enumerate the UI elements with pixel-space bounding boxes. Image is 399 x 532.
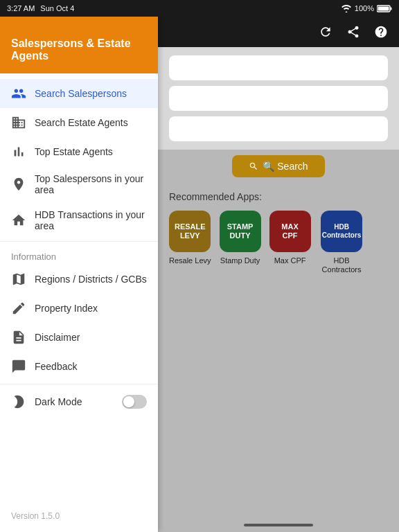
battery-text: 100% [355, 4, 374, 12]
app-label-max-cpf: Max CPF [274, 256, 306, 265]
version-text: Version 1.5.0 [11, 511, 60, 521]
sidebar-item-regions[interactable]: Regions / Districts / GCBs [0, 265, 158, 294]
sidebar-item-label: Disclaimer [35, 332, 80, 343]
divider [0, 241, 158, 242]
app-icon-hdb-contractors: HDBContractors [321, 211, 362, 252]
sidebar-item-label: Feedback [35, 361, 77, 372]
app-label-hdb-contractors: HDB Contractors [319, 256, 364, 274]
toggle-knob [123, 396, 134, 407]
app-item-max-cpf[interactable]: MAXCPF Max CPF [269, 211, 311, 265]
search-section [158, 47, 399, 150]
app-item-resale-levy[interactable]: RESALELEVY Resale Levy [169, 211, 211, 265]
edit-icon [11, 301, 26, 316]
document-icon [11, 330, 26, 345]
search-button-row: 🔍 Search [158, 150, 399, 183]
sidebar-footer: Version 1.5.0 [0, 506, 158, 532]
app-icon-stamp-duty: STAMPDUTY [220, 211, 261, 252]
wifi-icon [341, 4, 352, 12]
divider2 [0, 384, 158, 384]
bar-chart-icon [11, 144, 26, 159]
sidebar-body: Search Salespersons Search Estate Agents [0, 73, 158, 506]
share-icon[interactable] [346, 25, 360, 39]
sidebar-item-label: Top Estate Agents [35, 146, 113, 157]
people-icon [11, 86, 26, 101]
dark-mode-toggle[interactable] [122, 395, 147, 409]
sidebar-item-top-estate-agents[interactable]: Top Estate Agents [0, 137, 158, 166]
app-item-hdb-contractors[interactable]: HDBContractors HDB Contractors [319, 211, 364, 274]
sidebar-item-label: Search Estate Agents [35, 117, 128, 128]
sidebar-header: Salespersons & Estate Agents [0, 17, 158, 73]
battery-icon [377, 5, 392, 12]
section-label-information: Information [0, 245, 158, 265]
person-pin-icon [11, 177, 26, 192]
sidebar-item-disclaimer[interactable]: Disclaimer [0, 323, 158, 352]
svg-rect-1 [391, 7, 392, 10]
dark-mode-label: Dark Mode [35, 396, 82, 407]
app-icon-resale-levy: RESALELEVY [169, 211, 211, 252]
moon-icon [11, 394, 26, 409]
help-icon[interactable] [374, 25, 388, 39]
search-bar-1[interactable] [169, 55, 388, 80]
sidebar-item-search-estate-agents[interactable]: Search Estate Agents [0, 108, 158, 137]
apps-row: RESALELEVY Resale Levy STAMPDUTY Stamp D… [169, 211, 388, 274]
search-bar-2[interactable] [169, 86, 388, 111]
refresh-icon[interactable] [319, 25, 332, 39]
status-time: 3:27 AM [7, 4, 35, 12]
search-button-label: 🔍 Search [263, 161, 308, 172]
main-content: 🔍 Search Recommended Apps: RESALELEVY Re… [158, 17, 399, 532]
recommended-label: Recommended Apps: [169, 191, 388, 202]
app-label-stamp-duty: Stamp Duty [220, 256, 260, 265]
sidebar-item-search-salespersons[interactable]: Search Salespersons [0, 79, 158, 108]
search-button[interactable]: 🔍 Search [232, 155, 324, 177]
sidebar-item-label: Regions / Districts / GCBs [35, 274, 147, 285]
sidebar-item-label: Top Salespersons in your area [35, 173, 147, 195]
app-item-stamp-duty[interactable]: STAMPDUTY Stamp Duty [220, 211, 261, 265]
app-icon-max-cpf: MAXCPF [269, 211, 311, 252]
status-date: Sun Oct 4 [40, 4, 74, 12]
building-icon [11, 115, 26, 130]
sidebar-item-label: HDB Transactions in your area [35, 209, 147, 231]
status-bar: 3:27 AM Sun Oct 4 100% [0, 0, 399, 17]
dark-mode-row: Dark Mode [0, 387, 158, 416]
sidebar-item-label: Property Index [35, 303, 98, 314]
top-bar [158, 17, 399, 47]
sidebar-item-feedback[interactable]: Feedback [0, 352, 158, 381]
sidebar-item-property-index[interactable]: Property Index [0, 294, 158, 323]
edit-box-icon [11, 359, 26, 374]
dark-mode-left: Dark Mode [11, 394, 82, 409]
sidebar: Salespersons & Estate Agents Search Sale… [0, 17, 158, 532]
app-label-resale-levy: Resale Levy [169, 256, 211, 265]
sidebar-item-label: Search Salespersons [35, 88, 127, 99]
map-icon [11, 272, 26, 287]
recommended-section: Recommended Apps: RESALELEVY Resale Levy… [158, 183, 399, 283]
search-bar-3[interactable] [169, 116, 388, 141]
svg-rect-2 [378, 6, 389, 10]
scroll-indicator [244, 524, 313, 526]
sidebar-item-top-salespersons[interactable]: Top Salespersons in your area [0, 166, 158, 202]
home-icon [11, 213, 26, 228]
sidebar-item-hdb-transactions[interactable]: HDB Transactions in your area [0, 202, 158, 238]
